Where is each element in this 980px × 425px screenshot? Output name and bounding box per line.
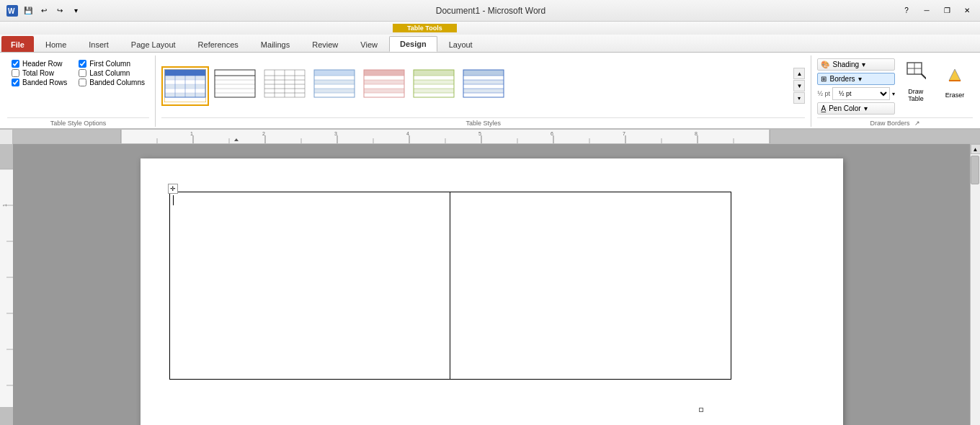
line-width-dropdown[interactable]: ▾ [892,91,895,97]
tab-layout[interactable]: Layout [438,36,484,52]
table-move-handle[interactable]: ✛ [168,184,178,194]
tab-design[interactable]: Design [389,36,437,52]
table-style-7[interactable] [460,66,507,106]
svg-rect-46 [364,70,404,76]
svg-text:1: 1 [190,131,193,136]
borders-dropdown-arrow: ▾ [858,75,862,83]
text-cursor [173,195,174,205]
gallery-more[interactable]: ▾ [793,92,805,104]
draw-borders-controls: 🎨 Shading ▾ ⊞ Borders ▾ ½ pt ½ pt1 pt1½ … [817,57,895,115]
table-resize-handle[interactable] [699,408,703,412]
header-row-checkbox[interactable] [12,60,19,68]
save-quick-btn[interactable]: 💾 [22,4,35,17]
draw-table-icon [906,61,926,86]
main-area: 1 ✛ ▲ [0,144,980,425]
table-styles-scroll: ▲ ▼ ▾ [793,68,805,104]
shading-icon: 🎨 [821,61,829,68]
pen-color-icon: A [821,104,826,112]
table-style-4[interactable] [311,66,358,106]
tab-view[interactable]: View [349,36,388,52]
minimize-btn[interactable]: ─ [919,4,934,17]
table-style-2[interactable] [211,66,259,106]
svg-rect-81 [13,130,121,143]
shading-btn[interactable]: 🎨 Shading ▾ [817,58,895,71]
ruler-svg: 1 2 3 4 5 6 7 8 [13,130,980,143]
tab-references[interactable]: References [187,36,249,52]
svg-rect-58 [414,89,454,93]
table-style-3[interactable] [261,66,308,106]
svg-text:3: 3 [334,131,337,136]
tab-home[interactable]: Home [35,36,77,52]
tab-review[interactable]: Review [301,36,349,52]
table-cell-1[interactable] [169,192,450,380]
gallery-scroll-up[interactable]: ▲ [793,68,805,79]
first-column-checkbox[interactable] [79,60,86,68]
window-controls: ? ─ ❐ ✕ [899,4,974,17]
table-style-6[interactable] [410,66,458,106]
restore-btn[interactable]: ❐ [940,4,954,17]
borders-icon: ⊞ [821,75,827,83]
shading-label: Shading [832,61,859,68]
borders-label: Borders [829,75,855,83]
first-column-option[interactable]: First Column [79,60,145,68]
ruler-corner [0,130,13,144]
document-title: Document1 - Microsoft Word [436,6,546,16]
banded-rows-option[interactable]: Banded Rows [12,79,67,86]
pen-color-btn[interactable]: A Pen Color ▾ [817,102,895,115]
line-width-row: ½ pt ½ pt1 pt1½ pt2¼ pt ▾ [817,87,895,100]
table-tools-badge: Table Tools [393,24,457,32]
last-column-checkbox[interactable] [79,69,86,77]
style-options-group-label: Table Style Options [7,117,149,127]
table-cell-2[interactable] [450,192,731,380]
svg-rect-66 [463,70,504,76]
ribbon-tabs-top: Table Tools [0,22,980,35]
close-btn[interactable]: ✕ [960,4,974,17]
eraser-svg [945,65,965,85]
svg-rect-48 [364,89,404,93]
total-row-checkbox[interactable] [12,69,19,77]
first-column-label: First Column [89,60,130,68]
table-styles-group-label: Table Styles [161,117,806,127]
svg-rect-82 [770,130,980,143]
banded-rows-label: Banded Rows [22,79,67,86]
tab-mailings[interactable]: Mailings [250,36,300,52]
svg-text:7: 7 [623,131,625,136]
gallery-container [161,66,790,106]
word-icon: W [6,4,19,17]
borders-btn[interactable]: ⊞ Borders ▾ [817,73,895,85]
draw-borders-launcher[interactable]: ↗ [914,120,920,127]
eraser-icon [945,65,965,89]
svg-rect-38 [314,89,355,93]
scroll-up-btn[interactable]: ▲ [971,144,981,154]
document-page: ✛ [141,158,843,425]
horizontal-ruler: 1 2 3 4 5 6 7 8 [13,130,980,143]
table-style-1[interactable] [161,66,209,106]
banded-columns-checkbox[interactable] [79,79,86,86]
tab-page-layout[interactable]: Page Layout [120,36,187,52]
line-width-select[interactable]: ½ pt1 pt1½ pt2¼ pt [832,87,890,100]
undo-quick-btn[interactable]: ↩ [37,4,50,17]
ruler-area: 1 2 3 4 5 6 7 8 [0,130,980,144]
header-row-option[interactable]: Header Row [12,60,67,68]
draw-table-label: DrawTable [908,88,924,102]
redo-quick-btn[interactable]: ↪ [53,4,66,17]
svg-text:W: W [8,7,15,15]
scroll-thumb[interactable] [971,156,979,184]
table-style-5[interactable] [360,66,408,106]
draw-borders-group: 🎨 Shading ▾ ⊞ Borders ▾ ½ pt ½ pt1 pt1½ … [811,55,979,127]
help-btn[interactable]: ? [899,4,914,17]
eraser-btn[interactable]: Eraser [937,58,973,105]
total-row-option[interactable]: Total Row [12,69,67,77]
draw-table-svg [906,61,926,81]
banded-columns-option[interactable]: Banded Columns [79,79,145,86]
draw-table-btn[interactable]: DrawTable [898,58,934,105]
gallery-scroll-down[interactable]: ▼ [793,80,805,91]
last-column-option[interactable]: Last Column [79,69,145,77]
tab-insert[interactable]: Insert [78,36,120,52]
scroll-track[interactable] [971,154,980,425]
tab-file[interactable]: File [1,36,34,52]
banded-rows-checkbox[interactable] [12,79,19,86]
customize-quick-btn[interactable]: ▾ [69,4,82,17]
draw-eraser-btns: DrawTable Eraser [898,57,973,105]
pen-color-dropdown-arrow: ▾ [864,104,868,112]
